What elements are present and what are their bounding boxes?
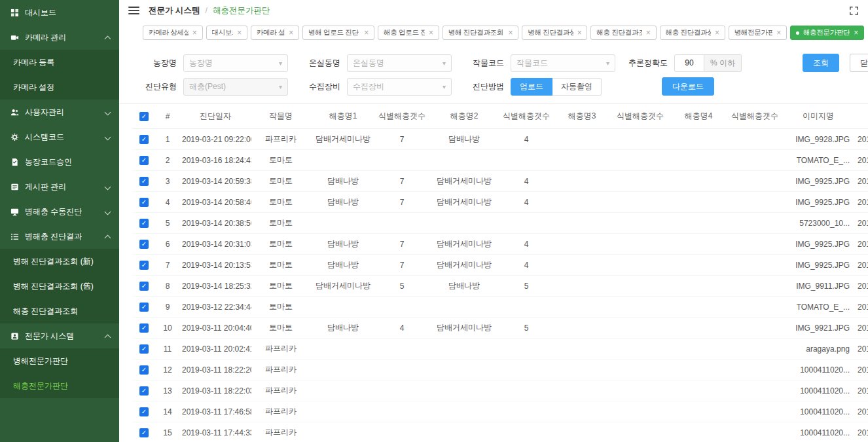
cell: 4 [500,192,552,213]
sidebar-item[interactable]: 시스템코드 [0,124,119,149]
cell: 파프리카 [251,380,310,401]
select-all-checkbox[interactable]: ✓ [139,112,149,121]
cell [669,234,728,255]
close-button[interactable]: 닫기 [850,54,868,72]
cell: aragaya.png [782,339,855,359]
row-checkbox[interactable]: ✓ [139,282,149,291]
tab-close-icon[interactable]: × [715,29,719,37]
method-upload-button[interactable]: 업로드 [511,78,552,96]
chevron-down-icon: ▾ [279,83,282,90]
breadcrumb-separator: / [205,6,207,15]
sidebar-item[interactable]: 농장코드승인 [0,149,119,174]
greenhouse-select[interactable]: 온실동명 ▾ [347,54,452,72]
tab[interactable]: 병해전문가판단× [729,26,787,40]
farm-name-select[interactable]: 농장명 ▾ [183,54,288,72]
tab-close-icon[interactable]: × [364,29,369,37]
row-checkbox[interactable]: ✓ [139,365,149,375]
row-checkbox-cell: ✓ [132,234,156,255]
sidebar-subitem[interactable]: 해충전문가판단 [0,373,119,398]
cell: 7 [156,255,179,276]
menu-toggle-icon[interactable] [128,7,139,14]
row-checkbox-cell: ✓ [132,213,156,234]
breadcrumb-root: 전문가 시스템 [149,5,200,16]
diagnosis-type-select[interactable]: 해충(Pest) ▾ [183,78,288,96]
row-checkbox[interactable]: ✓ [139,386,149,396]
cell [669,401,728,422]
cell: 5 [376,276,428,297]
tab[interactable]: 카메라 상세설정× [143,26,203,40]
row-checkbox[interactable]: ✓ [139,323,149,333]
cell [500,339,552,359]
sidebar-item[interactable]: 카메라 관리 [0,25,119,50]
cell: 1000411020... [782,380,855,401]
sidebar-subitem[interactable]: 병해 진단결과조회 (舊) [0,274,119,299]
sidebar-item[interactable]: 게시판 관리 [0,174,119,199]
row-checkbox[interactable]: ✓ [139,344,149,354]
sidebar-subitem[interactable]: 카메라 설정 [0,75,119,100]
tab-close-icon[interactable]: × [577,29,582,37]
results-table: ✓#진단일자작물명해충명1식별해충갯수해충명2식별해충갯수해충명3식별해충갯수해… [132,104,868,442]
cell [428,422,500,442]
tab-close-icon[interactable]: × [237,29,242,37]
sidebar-item[interactable]: 대시보드 [0,0,119,25]
tab-close-icon[interactable]: × [429,29,433,37]
tab-close-icon[interactable]: × [854,29,858,37]
cell: 201 [855,359,868,380]
table-header-row: ✓#진단일자작물명해충명1식별해충갯수해충명2식별해충갯수해충명3식별해충갯수해… [132,104,868,129]
tab-close-icon[interactable]: × [289,29,293,37]
row-checkbox[interactable]: ✓ [139,135,149,144]
sidebar: 대시보드카메라 관리카메라 등록카메라 설정사용자관리시스템코드농장코드승인게시… [0,0,119,442]
sidebar-subitem[interactable]: 해충 진단결과조회 [0,299,119,323]
tab[interactable]: 해충 진단결과조회× [590,26,656,40]
row-checkbox-cell: ✓ [132,339,156,359]
tab[interactable]: 대시보드× [206,26,247,40]
tab[interactable]: 병해 업로드 진단 (新)× [302,26,374,40]
row-checkbox[interactable]: ✓ [139,407,149,416]
table-row: ✓52019-03-14 20:38:56토마토5723000_10...201 [132,213,868,234]
tab-close-icon[interactable]: × [509,29,513,37]
results-table-area: ✓#진단일자작물명해충명1식별해충갯수해충명2식별해충갯수해충명3식별해충갯수해… [119,103,868,442]
tab-close-icon[interactable]: × [646,29,651,37]
cell: 5 [500,276,552,297]
sidebar-item-label: 사용자관리 [25,107,64,118]
sidebar-item[interactable]: 병해충 진단결과 [0,224,119,249]
cell: 201 [855,380,868,401]
search-button[interactable]: 조회 [803,54,839,72]
sidebar-subitem[interactable]: 병해전문가판단 [0,348,119,373]
tab[interactable]: 병해 진단결과조회 (新)× [443,26,518,40]
cell [611,255,669,276]
tab[interactable]: 카메라 설정× [251,26,299,40]
sidebar-item[interactable]: 병해충 수동진단 [0,199,119,224]
tab[interactable]: 병해 진단결과상세× [522,26,587,40]
tab[interactable]: 해충 진단결과상세× [660,26,725,40]
cell: 201 [855,422,868,442]
tab-close-icon[interactable]: × [192,29,197,37]
cell [376,150,428,171]
sidebar-subitem[interactable]: 카메라 등록 [0,50,119,75]
accuracy-input[interactable] [674,54,704,72]
sidebar-item[interactable]: 전문가 시스템 [0,323,119,348]
tab-close-icon[interactable]: × [776,29,781,37]
row-checkbox[interactable]: ✓ [139,198,149,207]
crop-code-select[interactable]: 작물코드 ▾ [511,54,615,72]
row-checkbox[interactable]: ✓ [139,303,149,312]
tab[interactable]: 해충 업로드 진단× [378,26,439,40]
app-root: 대시보드카메라 관리카메라 등록카메라 설정사용자관리시스템코드농장코드승인게시… [0,0,868,442]
method-auto-button[interactable]: 자동촬영 [552,78,602,96]
cell [728,255,782,276]
row-checkbox[interactable]: ✓ [139,261,149,270]
device-select[interactable]: 수집장비 ▾ [347,78,452,96]
cell: 2019-03-14 20:58:46 [179,192,251,213]
row-checkbox[interactable]: ✓ [139,240,149,249]
row-checkbox[interactable]: ✓ [139,177,149,186]
sidebar-item[interactable]: 사용자관리 [0,100,119,124]
row-checkbox[interactable]: ✓ [139,156,149,165]
download-button[interactable]: 다운로드 [662,77,714,96]
sidebar-subitem[interactable]: 병해 진단결과조회 (新) [0,249,119,274]
row-checkbox[interactable]: ✓ [139,428,149,437]
cell [728,234,782,255]
accuracy-control: % 이하 [674,54,742,72]
tab[interactable]: 해충전문가판단× [790,26,864,40]
row-checkbox[interactable]: ✓ [139,219,149,228]
fullscreen-icon[interactable] [849,6,859,16]
